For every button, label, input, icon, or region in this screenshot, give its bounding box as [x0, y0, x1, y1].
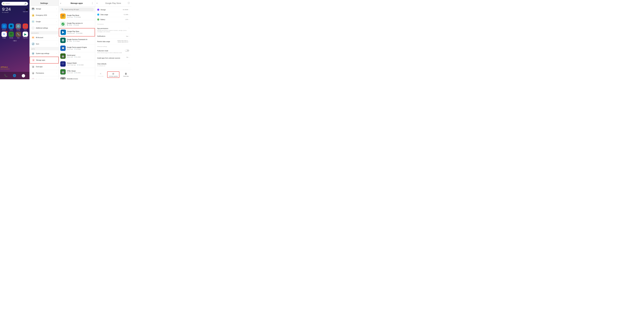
accounts-section: ACCOUNTS: [30, 31, 59, 34]
app-details-footer: ✕ Force stop ⊘ Uninstall updates 🗑 Clear…: [95, 70, 131, 79]
force-stop-icon: ✕: [100, 72, 102, 75]
clear-data-icon: 🗑: [125, 72, 127, 75]
search-input[interactable]: [5, 3, 24, 4]
play-services-icon: [60, 21, 66, 27]
settings-item-emergency-sos[interactable]: ⚠️ Emergency SOS ›: [30, 12, 59, 18]
storage-dot-icon: [97, 9, 99, 11]
phone-icon[interactable]: 📞: [4, 74, 8, 77]
info-icon[interactable]: ⓘ: [128, 2, 130, 4]
app-security[interactable]: 🛡 Security: [8, 31, 14, 38]
details-body: Storage 83.96MB › Data usage 72.3MB › Ba…: [95, 6, 131, 70]
settings-item-permissions[interactable]: ◎ Permissions ›: [30, 70, 59, 76]
app-browser[interactable]: 🌐 Browser: [1, 23, 7, 30]
app-gallery[interactable]: 🖼 Gallery: [8, 23, 14, 30]
detail-notifications[interactable]: Notifications Yes ›: [95, 34, 131, 38]
settings-item-storage[interactable]: 💾 Storage ›: [30, 6, 59, 12]
home-layout-info: HomeLayout Never used 🕐 61.44KB: [67, 54, 94, 58]
storage-detail-value: 83.96MB: [123, 9, 128, 10]
settings-item-system-app[interactable]: ⚙️ System app settings ›: [30, 50, 59, 57]
app-item-html-viewer[interactable]: 🤖 HTML Viewer Never used 🕐 53.25KB: [59, 68, 95, 76]
settings-icon: ⚙️: [16, 23, 21, 29]
app-tools[interactable]: 🔧 Tools: [15, 31, 21, 38]
settings-item-sync[interactable]: 🔄 Sync ›: [30, 41, 59, 47]
settings-item-mi-account[interactable]: Mi Mi Account ›: [30, 34, 59, 41]
app-google[interactable]: G 1 Google: [1, 31, 7, 38]
app-music[interactable]: 🎵 Music: [22, 23, 28, 30]
uninstall-updates-label: Uninstall updates: [109, 76, 118, 77]
app-play-store[interactable]: ▶ Play Store: [22, 31, 28, 38]
detail-install-unknown[interactable]: Install apps from unknown sources No ›: [95, 55, 131, 61]
services-framework-meta: 🗜 7.1MB 🕐 47.54MB: [67, 41, 94, 42]
play-music-size: 🕐 18.32MB: [74, 16, 81, 18]
data-usage-label: Data usage: [100, 14, 124, 15]
uninstall-updates-icon: ⊘: [112, 72, 114, 75]
app-item-home-layout[interactable]: 🤖 HomeLayout Never used 🕐 61.44KB: [59, 52, 95, 60]
more-options-button[interactable]: ⋮: [91, 2, 94, 4]
hotspot-icon: 🛡: [60, 61, 66, 67]
settings-panel: Settings 💾 Storage › ⚠️ Emergency SOS › …: [30, 0, 59, 79]
app-item-play-music[interactable]: 🎵 Google Play Music Never used 🕐 18.32MB: [59, 12, 95, 20]
settings-item-manage-apps[interactable]: ⊞ Manage apps ›: [30, 57, 59, 63]
app-lock-icon: 🔒: [32, 78, 35, 79]
services-framework-name: Google Services Framework ⚙: [67, 39, 94, 40]
detail-storage[interactable]: Storage 83.96MB ›: [95, 7, 131, 12]
google-search-bar[interactable]: G 🎤: [2, 2, 28, 5]
detail-battery[interactable]: Battery 1.6% ›: [95, 17, 131, 22]
play-services-meta: 🗜 134MB 🕐 381MB: [67, 24, 94, 26]
data-usage-dot-icon: [97, 13, 99, 16]
detail-app-permissions[interactable]: App permissions Manage permissions relat…: [95, 25, 131, 34]
manage-apps-header: ‹ Manage apps ⋮: [59, 0, 95, 6]
app-item-services-framework[interactable]: Google Services Framework ⚙ 🗜 7.1MB 🕐 47…: [59, 36, 95, 44]
app-item-tts[interactable]: 💬 Google Text-to-speech Engine Never use…: [59, 44, 95, 52]
app-item-play-store[interactable]: Google Play Store Recently used 🕐 83.96M…: [59, 28, 95, 36]
app-permissions-label: App permissions: [97, 28, 108, 29]
mic-icon[interactable]: 🎤: [24, 3, 26, 4]
detail-clear-defaults[interactable]: Clear defaults No defaults set. ›: [95, 61, 131, 68]
settings-title: Settings: [30, 0, 59, 6]
page-dots: [0, 40, 30, 41]
play-store-status: Recently used: [67, 32, 75, 34]
detail-restrict-data[interactable]: Restrict data usage Mobile data (SIM 1),…: [95, 38, 131, 44]
permissions-section-label: Permissions: [95, 22, 131, 25]
settings-item-dual-apps[interactable]: ◎ Dual apps ›: [30, 63, 59, 70]
restrict-data-arrow: ›: [129, 40, 129, 42]
play-store-list-icon: [60, 30, 66, 35]
app-settings[interactable]: ⚙️ Settings: [15, 23, 21, 30]
clear-data-action[interactable]: 🗑 Clear data: [123, 72, 128, 77]
search-bar[interactable]: 🔍: [60, 8, 94, 11]
home-layout-status: Never used: [67, 56, 73, 58]
app-item-hotspot[interactable]: 🛡 Hotspot Shield Used 4 days ago 🕐 36.54…: [59, 60, 95, 68]
detail-data-usage[interactable]: Data usage 72.3MB ›: [95, 12, 131, 17]
security-icon: 🛡: [8, 31, 14, 37]
emergency-sos-label: Emergency SOS: [36, 14, 56, 16]
detail-fullscreen[interactable]: Fullscreen mode Allow selected apps to w…: [95, 48, 131, 55]
emergency-sos-icon: ⚠️: [32, 13, 35, 17]
notifications-arrow: ›: [129, 35, 129, 37]
app-item-play-services[interactable]: Google Play services ⚙ 🗜 134MB 🕐 381MB: [59, 20, 95, 28]
music-icon: 🎵: [23, 23, 28, 29]
camera-icon[interactable]: ⬤: [22, 74, 25, 77]
watermark: APPUALS FROM THE EXPERTS!: [0, 65, 12, 71]
system-app-icon: ⚙️: [32, 52, 35, 55]
play-store-list-name: Google Play Store: [67, 31, 93, 32]
hotspot-name: Hotspot Shield: [67, 62, 94, 64]
tts-name: Google Text-to-speech Engine: [67, 46, 94, 48]
play-services-size: 🕐 381MB: [74, 24, 79, 26]
uninstall-updates-action[interactable]: ⊘ Uninstall updates: [107, 71, 119, 78]
settings-item-app-lock[interactable]: 🔒 App lock ›: [30, 76, 59, 79]
back-button[interactable]: ‹: [60, 2, 61, 4]
fullscreen-toggle[interactable]: [125, 49, 129, 52]
force-stop-action[interactable]: ✕ Force stop: [98, 72, 104, 77]
install-unknown-arrow: ›: [129, 56, 129, 58]
google-logo-icon: G: [3, 2, 4, 5]
details-back-button[interactable]: ‹: [96, 2, 97, 4]
permissions-label: Permissions: [36, 72, 56, 74]
settings-item-additional[interactable]: ··· Additional settings ›: [30, 25, 59, 31]
storage-arrow: ›: [129, 9, 129, 10]
html-viewer-status: Never used: [67, 72, 73, 73]
search-input[interactable]: [64, 9, 92, 10]
data-usage-value: 72.3MB: [124, 14, 128, 15]
app-item-hybrid[interactable]: 📱 HybridAccessory Never used 🕐 53.25KB: [59, 76, 95, 79]
chrome-icon[interactable]: 🌐: [13, 74, 16, 77]
settings-item-google[interactable]: G Google ›: [30, 18, 59, 25]
